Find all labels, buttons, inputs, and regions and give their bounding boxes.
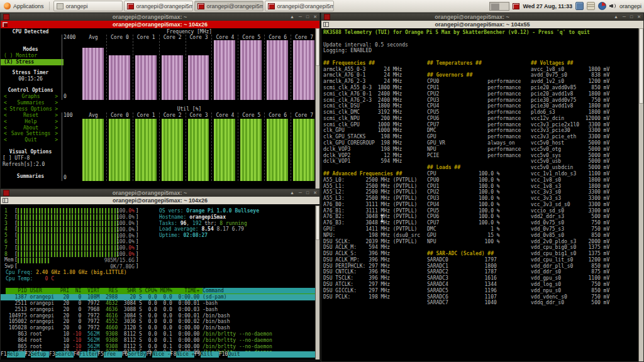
graph-y-axis (62, 112, 62, 181)
cpu-meter: 8[100.0%] (1, 251, 139, 258)
fkey-F1[interactable]: F1 (1, 351, 7, 358)
fkey-label-filter[interactable]: Filter (79, 351, 97, 358)
minimize-button[interactable]: ─ (299, 14, 302, 19)
process-row[interactable]: 863 root 10 -10 562M 9308 8112 S 0.0 0.1… (1, 331, 317, 337)
graph-column: Core 7 (291, 35, 317, 100)
telemetry-line: vcc5v0_usbdcin 5000 mV (531, 165, 609, 171)
telemetry-scrollbar[interactable] (638, 28, 643, 361)
stui-control-about[interactable]: <About> (4, 125, 58, 131)
shade-button[interactable]: ▲ (614, 14, 618, 19)
taskbar-button[interactable]: orangepi@orangepi5ma... (124, 1, 193, 11)
telemetry-line: vccio_sd_s0 3300 mV (531, 208, 609, 214)
stui-scrollbar[interactable] (315, 28, 319, 189)
stui-tab-title: orangepi@orangepi5max: ~ 104x26 (113, 21, 208, 28)
process-row[interactable]: 864 root 10 -10 562M 9308 8112 S 0.0 0.1… (1, 337, 317, 344)
stui-titlebar[interactable]: orangepi@orangepi5max: ~ ▲─□✕ (1, 13, 319, 21)
fkey-label-search[interactable]: Search (55, 351, 74, 358)
telemetry-line: CPU6 100.0 % (427, 214, 500, 220)
fkey-label-kill[interactable]: Kill (201, 351, 219, 358)
telemetry-line: scmi_clk_A76_2-3 2400 MHz (323, 97, 402, 104)
stui-control-summaries[interactable]: <Summaries> (4, 100, 58, 106)
taskbar-button[interactable]: orangepi@orangepi5ma... (265, 1, 334, 11)
telemetry-line: vcc_3v3_s0 3300 mV (531, 189, 609, 195)
fkey-label-nice[interactable]: Nice + (176, 351, 194, 358)
maximize-button[interactable]: □ (306, 14, 309, 19)
function-key-bar: F1Help F2Setup F3SearchF4FilterF5Tree F6… (1, 351, 317, 358)
fkey-label-nice[interactable]: Nice - (152, 351, 170, 358)
graph-column-label: Core 3 (186, 112, 212, 119)
telemetry-line: vdd_npu_s0 850 mV (531, 288, 609, 294)
fkey-F4[interactable]: F4 (74, 351, 80, 358)
close-button[interactable]: ✕ (637, 14, 641, 19)
fkey-label-setup[interactable]: Setup (31, 351, 49, 358)
process-row[interactable]: 2511 orangepi 20 0 7972 4632 3084 S 0.0 … (1, 300, 317, 307)
telemetry-line: Update interval: 0.5 seconds (323, 42, 408, 48)
stui-mode-stress[interactable]: (X) Stress (1, 59, 64, 65)
notes-icon[interactable] (587, 2, 595, 10)
fkey-label-help[interactable]: Help (7, 351, 25, 358)
process-row[interactable]: 1387 orangepi 20 0 108M 2988 20 S 0.0 0.… (1, 294, 317, 300)
fkey-F8[interactable]: F8 (170, 351, 177, 358)
taskbar-button[interactable]: orangepi@orangepi5ma... (194, 1, 264, 11)
graph-column: Core 5 (238, 35, 265, 100)
fkey-F3[interactable]: F3 (49, 351, 55, 358)
stui-control-graphs[interactable]: <Graphs> (4, 94, 58, 100)
stui-control-reset[interactable]: <Reset> (4, 112, 58, 119)
maximize-button[interactable]: □ (306, 190, 309, 195)
telemetry-line: armclk_A76_0-1 24 MHz (323, 72, 402, 79)
maximize-button[interactable]: □ (630, 14, 633, 19)
stui-mode-monitor[interactable]: ( ) Monitor (4, 53, 59, 59)
htop-titlebar[interactable]: orangepi@orangepi5max: ~ ▲─□✕ (1, 189, 319, 197)
fkey-F6[interactable]: F6 (122, 351, 128, 358)
close-button[interactable]: ✕ (313, 14, 317, 19)
workspace-switcher[interactable] (489, 2, 509, 11)
shade-button[interactable]: ▲ (290, 14, 294, 19)
display-icon[interactable] (575, 2, 584, 10)
process-row[interactable]: 105002 orangepi 20 0 7972 4552 3036 S 0.… (1, 319, 317, 325)
telemetry-line: vdd_0v75_s0 750 mV (531, 220, 609, 226)
fkey-F9[interactable]: F9 (194, 351, 201, 358)
minimize-button[interactable]: ─ (299, 190, 302, 195)
close-button[interactable]: ✕ (313, 190, 317, 195)
status-icon[interactable] (598, 2, 606, 10)
stui-refresh-value: Refresh[s]:2.0 (3, 162, 45, 168)
process-row[interactable]: 105028 orangepi 20 0 7972 4660 3120 S 0.… (1, 325, 317, 331)
volume-icon[interactable] (609, 3, 616, 9)
process-row[interactable]: 2513 orangepi 20 0 7968 4636 3088 S 0.0 … (1, 307, 317, 313)
telemetry-line: vcc_1v8_s3 1800 mV (531, 184, 609, 190)
graph-column: Avg (80, 112, 107, 181)
clock[interactable]: Wed 27 Aug, 11:33 (523, 3, 572, 9)
fkey-label-sortby[interactable]: SortBy (128, 351, 146, 358)
graph-column-label: Avg (80, 35, 106, 41)
graph-bar (214, 119, 235, 181)
htop-window-title: orangepi@orangepi5max: ~ (12, 190, 287, 196)
telemetry-line: vdd_ddr_s0 875 mV (531, 269, 609, 275)
htop-scrollbar[interactable] (315, 206, 319, 359)
stui-control-save-settings[interactable]: <Save Settings> (4, 131, 58, 137)
taskbar-button[interactable]: orangepi (53, 1, 123, 11)
telemetry-line: A76_B1: 3111 MHz (PVTPLL) (323, 208, 417, 214)
process-row[interactable]: 865 root 10 -10 562M 9308 8112 S 0.0 0.1… (1, 344, 317, 350)
telemetry-titlebar[interactable]: orangepi@orangepi5max: ~ ▲─□✕ (321, 13, 643, 21)
terminal-tray-icon[interactable] (513, 3, 519, 9)
fkey-F10[interactable]: F10 (219, 351, 228, 358)
applications-menu[interactable]: Applications (0, 1, 48, 11)
fkey-F5[interactable]: F5 (97, 351, 104, 358)
process-row[interactable]: 104975 orangepi 20 0 7972 4616 3084 S 0.… (1, 313, 317, 319)
graph-bar (240, 119, 262, 181)
workspace-1[interactable] (490, 3, 499, 10)
stui-section-title: Visual Options (1, 149, 60, 155)
workspace-2[interactable] (499, 3, 509, 10)
process-table-header[interactable]: PID USER PRI NI VIRT RES SHR S CPU% MEM%… (6, 288, 317, 294)
fkey-F7[interactable]: F7 (146, 351, 152, 358)
system-info-line: OS vers: Orange Pi 1.0.0 Bullseye (159, 208, 259, 214)
shade-button[interactable]: ▲ (290, 190, 294, 195)
stui-control-help[interactable]: <Help> (4, 119, 58, 125)
fkey-F2[interactable]: F2 (25, 351, 31, 358)
fkey-label-quit[interactable]: Quit (228, 351, 317, 358)
stui-utf8-checkbox[interactable]: [ ] UTF-8 (3, 155, 30, 162)
stui-control-quit[interactable]: <Quit> (4, 137, 58, 143)
fkey-label-tree[interactable]: Tree (104, 351, 122, 358)
minimize-button[interactable]: ─ (623, 14, 626, 19)
stui-control-stress-options[interactable]: <Stress Options> (4, 106, 58, 112)
